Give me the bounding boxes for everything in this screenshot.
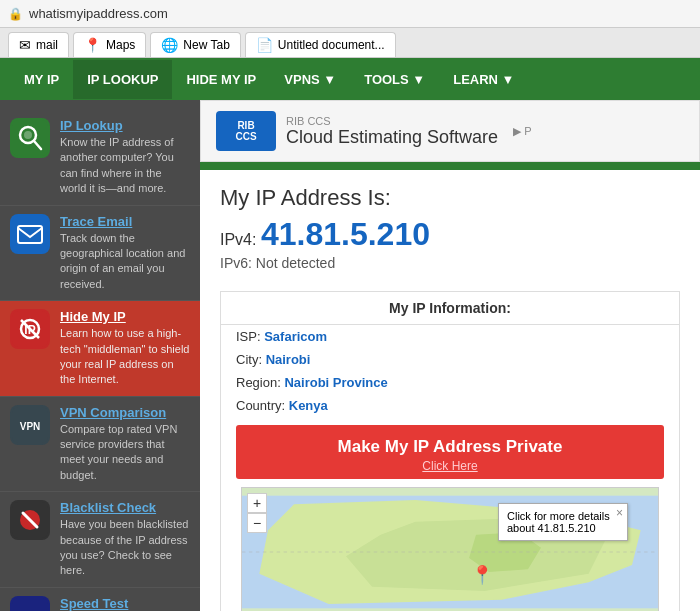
ad-arrow: ▶ P	[513, 125, 531, 138]
nav-learn[interactable]: LEARN ▼	[439, 60, 528, 99]
speed-test-icon	[10, 596, 50, 611]
trace-email-text: Trace Email Track down the geographical …	[60, 214, 190, 293]
ip-info-region: Region: Nairobi Province	[221, 371, 679, 394]
region-label: Region:	[236, 375, 284, 390]
isp-value: Safaricom	[264, 329, 327, 344]
trace-email-desc: Track down the geographical location and…	[60, 231, 190, 293]
ad-logo: RIB CCS	[216, 111, 276, 151]
maps-icon: 📍	[84, 37, 101, 53]
sidebar-item-speed-test[interactable]: Speed Test Is your Internet connection u…	[0, 588, 200, 611]
content-area: RIB CCS RIB CCS Cloud Estimating Softwar…	[200, 100, 700, 611]
svg-rect-15	[12, 598, 48, 611]
browser-bar: 🔒 whatismyipaddress.com	[0, 0, 700, 28]
ad-label: RIB CCS	[286, 115, 498, 127]
hide-my-ip-icon: IP	[10, 309, 50, 349]
tab-doc[interactable]: 📄 Untitled document...	[245, 32, 396, 57]
ip-info-country: Country: Kenya	[221, 394, 679, 417]
vpn-icon: VPN	[10, 405, 50, 445]
ip-lookup-text: IP Lookup Know the IP address of another…	[60, 118, 190, 197]
ip-lookup-icon	[10, 118, 50, 158]
nav-hide-my-ip[interactable]: HIDE MY IP	[172, 60, 270, 99]
mail-icon: ✉	[19, 37, 31, 53]
tab-doc-label: Untitled document...	[278, 38, 385, 52]
newtab-icon: 🌐	[161, 37, 178, 53]
trace-email-icon	[10, 214, 50, 254]
green-stripe	[200, 162, 700, 170]
sidebar: IP Lookup Know the IP address of another…	[0, 100, 200, 611]
map-zoom-in[interactable]: +	[247, 493, 267, 513]
blacklist-title: Blacklist Check	[60, 500, 190, 515]
ipv6-line: IPv6: Not detected	[220, 255, 680, 271]
cta-main-text: Make My IP Address Private	[251, 437, 649, 457]
tab-newtab-label: New Tab	[183, 38, 229, 52]
map-controls: + −	[247, 493, 267, 533]
sidebar-item-ip-lookup[interactable]: IP Lookup Know the IP address of another…	[0, 110, 200, 206]
blacklist-icon	[10, 500, 50, 540]
trace-email-title: Trace Email	[60, 214, 190, 229]
ad-banner: RIB CCS RIB CCS Cloud Estimating Softwar…	[200, 100, 700, 162]
city-value: Nairobi	[266, 352, 311, 367]
tab-maps-label: Maps	[106, 38, 135, 52]
browser-tabs: ✉ mail 📍 Maps 🌐 New Tab 📄 Untitled docum…	[0, 28, 700, 58]
lock-icon: 🔒	[8, 7, 23, 21]
vpn-title: VPN Comparison	[60, 405, 190, 420]
vpn-text: VPN Comparison Compare top rated VPN ser…	[60, 405, 190, 484]
vpn-desc: Compare top rated VPN service providers …	[60, 422, 190, 484]
hide-my-ip-text: Hide My IP Learn how to use a high-tech …	[60, 309, 190, 388]
blacklist-desc: Have you been blacklisted because of the…	[60, 517, 190, 579]
doc-icon: 📄	[256, 37, 273, 53]
ip-heading: My IP Address Is:	[220, 185, 680, 211]
ip-section: My IP Address Is: IPv4: 41.81.5.210 IPv6…	[200, 170, 700, 281]
tooltip-text: Click for more details about 41.81.5.210	[507, 510, 610, 534]
ipv4-line: IPv4: 41.81.5.210	[220, 216, 680, 253]
cta-button[interactable]: Make My IP Address Private Click Here	[236, 425, 664, 479]
map-tooltip: × Click for more details about 41.81.5.2…	[498, 503, 628, 541]
ip-lookup-title: IP Lookup	[60, 118, 190, 133]
nav-vpns[interactable]: VPNS ▼	[270, 60, 350, 99]
country-label: Country:	[236, 398, 289, 413]
speed-test-text: Speed Test Is your Internet connection u…	[60, 596, 190, 611]
ip-info-isp: ISP: Safaricom	[221, 325, 679, 348]
map-area: + − 📍 × Click for more details about 41.…	[241, 487, 659, 611]
ad-text: Cloud Estimating Software	[286, 127, 498, 148]
tab-maps[interactable]: 📍 Maps	[73, 32, 146, 57]
tab-newtab[interactable]: 🌐 New Tab	[150, 32, 240, 57]
ip-info-city: City: Nairobi	[221, 348, 679, 371]
main-layout: IP Lookup Know the IP address of another…	[0, 100, 700, 611]
speed-test-title: Speed Test	[60, 596, 190, 611]
nav-bar: MY IP IP LOOKUP HIDE MY IP VPNS ▼ TOOLS …	[0, 58, 700, 100]
svg-text:VPN: VPN	[20, 421, 41, 432]
region-value: Nairobi Province	[284, 375, 387, 390]
sidebar-item-vpn-comparison[interactable]: VPN VPN Comparison Compare top rated VPN…	[0, 397, 200, 493]
ip-info-box: My IP Information: ISP: Safaricom City: …	[220, 291, 680, 611]
hide-my-ip-title: Hide My IP	[60, 309, 190, 324]
country-value: Kenya	[289, 398, 328, 413]
hide-my-ip-desc: Learn how to use a high-tech "middleman"…	[60, 326, 190, 388]
ad-content: RIB CCS Cloud Estimating Software	[286, 115, 498, 148]
tab-mail-label: mail	[36, 38, 58, 52]
ipv6-value: Not detected	[256, 255, 335, 271]
ip-info-header: My IP Information:	[221, 292, 679, 325]
svg-point-3	[24, 131, 32, 139]
ip-lookup-desc: Know the IP address of another computer?…	[60, 135, 190, 197]
map-zoom-out[interactable]: −	[247, 513, 267, 533]
sidebar-item-blacklist[interactable]: Blacklist Check Have you been blackliste…	[0, 492, 200, 588]
ipv4-value: 41.81.5.210	[261, 216, 430, 252]
tab-mail[interactable]: ✉ mail	[8, 32, 69, 57]
blacklist-text: Blacklist Check Have you been blackliste…	[60, 500, 190, 579]
cta-sub-text: Click Here	[251, 459, 649, 473]
sidebar-item-trace-email[interactable]: Trace Email Track down the geographical …	[0, 206, 200, 302]
tooltip-close[interactable]: ×	[616, 506, 623, 520]
map-pin: 📍	[471, 564, 493, 586]
isp-label: ISP:	[236, 329, 264, 344]
nav-ip-lookup[interactable]: IP LOOKUP	[73, 60, 172, 99]
url-bar[interactable]: whatismyipaddress.com	[29, 6, 168, 21]
ipv4-label: IPv4:	[220, 231, 256, 248]
sidebar-item-hide-my-ip[interactable]: IP Hide My IP Learn how to use a high-te…	[0, 301, 200, 397]
ipv6-label: IPv6:	[220, 255, 252, 271]
city-label: City:	[236, 352, 266, 367]
nav-tools[interactable]: TOOLS ▼	[350, 60, 439, 99]
nav-my-ip[interactable]: MY IP	[10, 60, 73, 99]
